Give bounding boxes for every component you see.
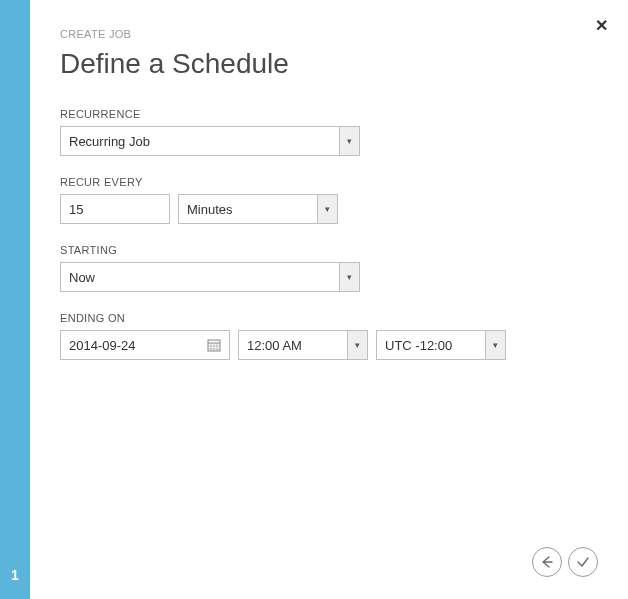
chevron-down-icon: ▾ bbox=[485, 331, 505, 359]
starting-group: STARTING Now ▾ bbox=[60, 244, 598, 292]
ending-date-value: 2014-09-24 bbox=[69, 338, 136, 353]
recur-interval-input[interactable] bbox=[60, 194, 170, 224]
step-number: 1 bbox=[11, 567, 19, 583]
confirm-button[interactable] bbox=[568, 547, 598, 577]
breadcrumb: CREATE JOB bbox=[60, 28, 598, 40]
page-title: Define a Schedule bbox=[60, 48, 598, 80]
arrow-left-icon bbox=[540, 555, 554, 569]
starting-label: STARTING bbox=[60, 244, 598, 256]
check-icon bbox=[576, 555, 590, 569]
close-icon: ✕ bbox=[595, 17, 608, 34]
starting-value: Now bbox=[69, 270, 339, 285]
chevron-down-icon: ▾ bbox=[317, 195, 337, 223]
back-button[interactable] bbox=[532, 547, 562, 577]
ending-on-group: ENDING ON 2014-09-24 12:00 bbox=[60, 312, 598, 360]
recurrence-select[interactable]: Recurring Job ▾ bbox=[60, 126, 360, 156]
recur-interval-value[interactable] bbox=[69, 195, 161, 223]
chevron-down-icon: ▾ bbox=[339, 127, 359, 155]
ending-timezone-value: UTC -12:00 bbox=[385, 338, 485, 353]
ending-time-value: 12:00 AM bbox=[247, 338, 347, 353]
chevron-down-icon: ▾ bbox=[347, 331, 367, 359]
recurrence-group: RECURRENCE Recurring Job ▾ bbox=[60, 108, 598, 156]
ending-on-label: ENDING ON bbox=[60, 312, 598, 324]
calendar-icon[interactable] bbox=[207, 338, 221, 352]
wizard-sidebar: 1 bbox=[0, 0, 30, 599]
ending-time-select[interactable]: 12:00 AM ▾ bbox=[238, 330, 368, 360]
chevron-down-icon: ▾ bbox=[339, 263, 359, 291]
recurrence-label: RECURRENCE bbox=[60, 108, 598, 120]
recur-unit-select[interactable]: Minutes ▾ bbox=[178, 194, 338, 224]
ending-date-input[interactable]: 2014-09-24 bbox=[60, 330, 230, 360]
footer-bar bbox=[60, 547, 598, 583]
recur-unit-value: Minutes bbox=[187, 202, 317, 217]
main-panel: ✕ CREATE JOB Define a Schedule RECURRENC… bbox=[30, 0, 628, 599]
recur-every-group: RECUR EVERY Minutes ▾ bbox=[60, 176, 598, 224]
recurrence-value: Recurring Job bbox=[69, 134, 339, 149]
close-button[interactable]: ✕ bbox=[595, 16, 608, 35]
starting-select[interactable]: Now ▾ bbox=[60, 262, 360, 292]
ending-timezone-select[interactable]: UTC -12:00 ▾ bbox=[376, 330, 506, 360]
recur-every-label: RECUR EVERY bbox=[60, 176, 598, 188]
